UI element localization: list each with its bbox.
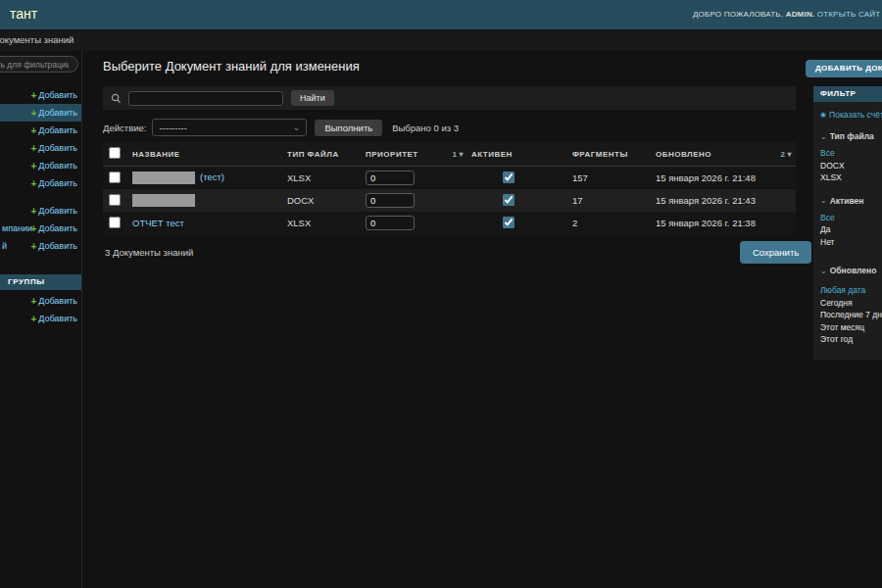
fragments-cell: 157 [568,167,652,190]
filter-section-label: Тип файла [830,131,874,141]
counts-icon: ◉ [820,111,826,119]
redacted-name [132,172,195,184]
row-select-checkbox[interactable] [109,217,121,228]
file-type-cell: DOCX [283,189,362,212]
filter-option[interactable]: Этот месяц [820,321,882,334]
plus-icon: + [30,314,36,324]
add-label: Добавить [38,178,77,188]
add-model-link[interactable]: +Добавить [30,90,77,101]
object-link[interactable]: (тест) [200,172,224,182]
filter-option[interactable]: Любая дата [820,284,882,297]
model-link[interactable]: мпании [2,223,32,233]
add-model-link[interactable]: +Добавить [30,161,77,172]
filter-section-toggle[interactable]: ⌄ Тип файла [820,131,882,141]
add-model-link[interactable]: +Добавить [30,223,77,234]
sort-indicator[interactable]: 2▾ [781,150,792,159]
filter-option[interactable]: DOCX [820,160,882,172]
plus-icon: + [30,241,36,252]
filter-panel: ФИЛЬТР ◉ Показать счётчики ⌄ Тип файла В… [813,86,882,360]
search-icon [111,93,122,104]
filter-section-updated: ⌄ Обновлено Любая дата Сегодня Последние… [813,266,882,346]
filter-option[interactable]: Да [820,223,882,236]
priority-input[interactable] [366,216,415,230]
chevron-down-icon: ⌄ [820,196,827,205]
filter-option[interactable]: Все [820,147,882,160]
add-model-link[interactable]: +Добавить [30,125,77,136]
add-label: Добавить [38,90,77,100]
add-model-link[interactable]: +Добавить [30,206,77,217]
add-label: Добавить [38,241,77,251]
add-model-link[interactable]: +Добавить [30,241,77,252]
site-title-link[interactable]: тант [10,6,37,22]
breadcrumb-current: Документы знаний [0,34,74,45]
filter-option[interactable]: Последние 7 дней [820,309,882,321]
row-select-checkbox[interactable] [109,194,121,206]
add-label: Добавить [38,125,77,135]
fragments-cell: 2 [568,212,652,234]
nav-sidebar: +Добавить +Добавить +Добавить +Добавить … [0,51,82,588]
sidebar-model-row: +Добавить [0,174,81,192]
active-cell [467,167,568,190]
filter-option[interactable]: XLSX [820,172,882,184]
column-header-priority[interactable]: ПРИОРИТЕТ1▾ [362,142,467,167]
sort-priority-number: 1 [453,150,458,159]
add-label: Добавить [38,223,77,233]
redacted-name [132,194,195,207]
sort-arrow-icon: ▾ [459,150,464,159]
add-model-link[interactable]: +Добавить [30,314,77,324]
sort-indicator[interactable]: 1▾ [453,150,464,159]
filter-option[interactable]: Сегодня [820,297,882,310]
column-header-fragments[interactable]: ФРАГМЕНТЫ [568,142,652,167]
plus-icon: + [30,206,36,217]
priority-input[interactable] [366,193,415,208]
run-action-button[interactable]: Выполнить [315,120,382,136]
priority-input[interactable] [366,171,415,185]
sidebar-group-list: +Добавить +Добавить [0,292,81,327]
filter-option[interactable]: Нет [820,236,882,249]
plus-icon: + [30,108,36,119]
sidebar-section-groups: ГРУППЫ [0,274,81,290]
active-checkbox[interactable] [503,172,514,183]
search-input[interactable] [128,91,283,106]
page-title: Выберите Документ знаний для изменения [103,59,360,74]
object-link[interactable]: ОТЧЕТ тест [132,218,184,228]
model-link[interactable]: й [2,241,7,251]
selection-counter: Выбрано 0 из 3 [392,122,459,133]
filter-option[interactable]: Этот год [820,333,882,346]
add-model-link[interactable]: +Добавить [30,296,77,307]
filter-option[interactable]: Все [820,212,882,224]
file-type-cell: XLSX [283,212,362,234]
add-label: Добавить [38,206,77,216]
show-counts-link[interactable]: ◉ Показать счётчики [820,110,882,120]
column-header-active[interactable]: АКТИВЕН [467,142,568,167]
select-all-checkbox[interactable] [109,147,121,159]
sidebar-model-row: +Добавить [0,157,81,174]
column-header-name[interactable]: НАЗВАНИЕ [128,142,283,167]
column-label: НАЗВАНИЕ [132,150,180,159]
active-checkbox[interactable] [503,194,514,206]
sort-arrow-icon: ▾ [787,150,792,159]
column-header-file-type[interactable]: ТИП ФАЙЛА [283,142,362,167]
show-counts-label: Показать счётчики [829,110,882,120]
add-label: Добавить [38,108,77,118]
add-label: Добавить [38,314,77,323]
plus-icon: + [30,90,36,101]
add-model-link[interactable]: +Добавить [30,178,77,189]
row-select-checkbox[interactable] [109,172,121,183]
sidebar-model-row: й +Добавить [0,237,81,255]
action-select[interactable]: --------- ⌄ [152,119,307,136]
add-object-button[interactable]: ДОБАВИТЬ ДОКУМЕНТ ЗНАНИЙ [806,60,882,77]
search-button[interactable]: Найти [291,90,334,106]
sidebar-model-list: +Добавить +Добавить +Добавить +Добавить … [0,86,81,255]
column-header-updated[interactable]: ОБНОВЛЕНО2▾ [652,142,796,167]
active-checkbox[interactable] [503,217,514,228]
filter-section-toggle[interactable]: ⌄ Обновлено [820,266,882,275]
view-site-link[interactable]: ОТКРЫТЬ САЙТ [817,10,881,19]
add-model-link[interactable]: +Добавить [30,108,77,119]
sidebar-filter-input[interactable] [0,56,78,73]
user-tools: ДОБРО ПОЖАЛОВАТЬ, ADMIN. ОТКРЫТЬ САЙТ / … [693,10,882,19]
save-button[interactable]: Сохранить [740,241,811,264]
add-model-link[interactable]: +Добавить [30,143,77,154]
filter-section-toggle[interactable]: ⌄ Активен [820,196,882,206]
updated-cell: 15 января 2026 г. 21:48 [652,167,796,190]
